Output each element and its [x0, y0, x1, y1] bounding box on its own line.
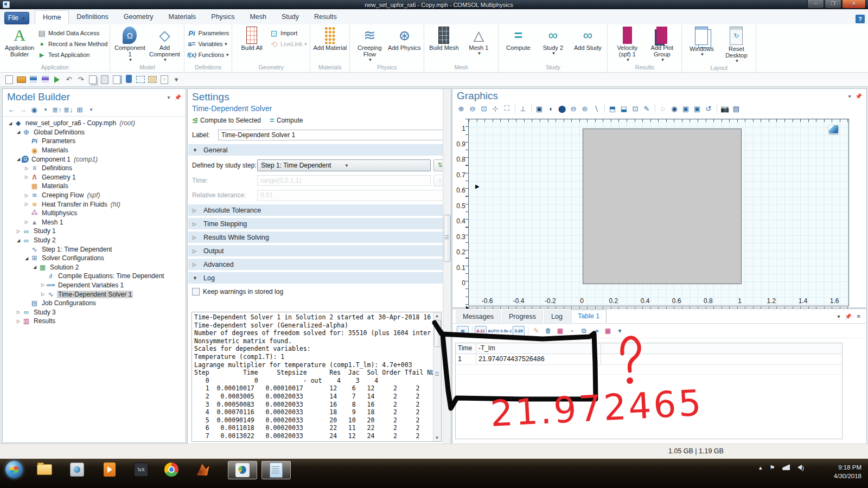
comsol-shortcut[interactable]: [67, 461, 87, 478]
deselect-brush-icon[interactable]: ✎: [641, 104, 652, 113]
file-menu-button[interactable]: File ▼: [4, 12, 29, 24]
tree-collapsed-arrow-icon[interactable]: ▷: [40, 292, 46, 297]
section-output[interactable]: ▷Output: [188, 245, 450, 256]
shape-solid-icon[interactable]: ⬤: [557, 104, 567, 113]
new-file-icon[interactable]: [3, 75, 15, 85]
tree-collapsed-arrow-icon[interactable]: ▷: [15, 319, 22, 324]
image-snapshot-icon[interactable]: ▣: [534, 104, 545, 113]
default-view-icon[interactable]: ⊥: [518, 104, 528, 113]
tree-collapsed-arrow-icon[interactable]: ▷: [23, 202, 30, 207]
column-header-tlm[interactable]: -T_lm: [476, 343, 601, 354]
section-time-stepping[interactable]: ▷Time Stepping: [188, 218, 450, 229]
open-file-icon[interactable]: [15, 75, 27, 85]
tab-materials[interactable]: Materials: [161, 10, 204, 24]
scene-light-icon[interactable]: ◉: [669, 104, 680, 113]
keep-warnings-checkbox[interactable]: [192, 288, 200, 296]
tab-results[interactable]: Results: [307, 10, 344, 24]
tree-item-geometry-1[interactable]: ▷ΛGeometry 1: [3, 173, 186, 182]
tab-mesh[interactable]: Mesh: [242, 10, 274, 24]
tree-item-results[interactable]: ▷▥Results: [3, 317, 186, 326]
view-front-icon[interactable]: ⬒: [607, 104, 618, 113]
precision-8-12-icon[interactable]: 8-12: [475, 326, 487, 336]
tree-item-component-1[interactable]: ◢ΩComponent 1(comp1): [3, 155, 186, 164]
functions-button[interactable]: f(x)Functions▼: [187, 49, 229, 60]
copy-table-icon[interactable]: ⧉: [578, 326, 589, 336]
section-advanced[interactable]: ▷Advanced: [188, 259, 450, 270]
section-log[interactable]: ▼ Log: [188, 272, 450, 284]
zoom-out-icon[interactable]: ⊖: [467, 104, 478, 113]
auto-icon[interactable]: AUTO: [488, 326, 499, 336]
tree-item-time-dependent-solver-1[interactable]: ▷∿Time-Dependent Solver 1: [3, 290, 186, 299]
tree-collapsed-arrow-icon[interactable]: ▷: [23, 166, 30, 171]
shape-lens-icon[interactable]: ◖: [545, 104, 556, 113]
zoom-selected-icon[interactable]: ○: [158, 75, 170, 85]
shape-oval-icon[interactable]: ⊖: [568, 104, 579, 113]
model-data-access-button[interactable]: ▤Model Data Access: [37, 28, 107, 38]
tab-log[interactable]: Log: [544, 310, 570, 323]
tree-item-study-2[interactable]: ◢∞Study 2: [3, 236, 186, 245]
panel-menu-icon[interactable]: ▾: [838, 313, 840, 319]
parameters-button[interactable]: PiParameters: [187, 28, 229, 38]
brush-icon[interactable]: ✎: [531, 326, 541, 336]
pin-icon[interactable]: 📌: [856, 93, 862, 99]
study-2-button[interactable]: ∞Study 2 ▼: [535, 25, 570, 57]
tab-definitions[interactable]: Definitions: [69, 10, 116, 24]
zoom-fit-icon[interactable]: ⛶: [501, 104, 512, 113]
record-a-new-method-button[interactable]: ●Record a New Method: [37, 38, 107, 49]
tree-item-study-3[interactable]: ▷∞Study 3: [3, 307, 186, 317]
minimize-button[interactable]: ─: [807, 0, 824, 9]
matlab[interactable]: [193, 461, 213, 478]
start-button[interactable]: [4, 461, 24, 478]
tree-expanded-arrow-icon[interactable]: ◢: [23, 256, 30, 261]
tree-collapsed-arrow-icon[interactable]: ▷: [23, 193, 30, 198]
pin-icon[interactable]: 📌: [175, 94, 181, 100]
compute-button[interactable]: Compute: [277, 117, 303, 124]
redo-icon[interactable]: ↷: [75, 75, 87, 85]
label-input[interactable]: Time-Dependent Solver 1: [218, 130, 446, 140]
tab-physics[interactable]: Physics: [203, 10, 242, 24]
run-icon[interactable]: [51, 75, 63, 85]
tree-item-multiphysics[interactable]: ⁂Multiphysics: [3, 209, 186, 218]
snapshot-camera-icon[interactable]: 📷: [719, 104, 730, 113]
move-up-icon[interactable]: ≣↑: [52, 105, 62, 114]
geometry-rectangle[interactable]: [583, 129, 742, 284]
zoom-box-icon[interactable]: ⊡: [478, 104, 489, 113]
tree-item-solver-configurations[interactable]: ◢⊞Solver Configurations: [3, 254, 186, 263]
section-results-while-solving[interactable]: ▷Results While Solving: [188, 232, 450, 243]
tree-item-definitions[interactable]: ▷≡Definitions: [3, 164, 186, 173]
select-box-icon[interactable]: [135, 75, 146, 85]
tree-item-mesh-1[interactable]: ▷▲Mesh 1: [3, 218, 186, 227]
explorer[interactable]: [35, 461, 54, 478]
notepad-active[interactable]: [261, 461, 291, 479]
tree-expanded-arrow-icon[interactable]: ◢: [15, 238, 22, 243]
test-application-button[interactable]: ▶Test Application: [37, 49, 107, 60]
add-material-button[interactable]: Add Material: [312, 25, 347, 52]
solver-log-output[interactable]: Time-Dependent Solver 1 in Solution 2 st…: [192, 312, 442, 442]
close-panel-icon[interactable]: ✕: [857, 313, 861, 319]
tab-home[interactable]: Home: [35, 10, 69, 24]
log-scrollbar[interactable]: ▲ ▼: [433, 312, 441, 441]
application-builder-button[interactable]: AApplication Builder: [2, 25, 37, 59]
show-icon[interactable]: ◉: [29, 105, 40, 114]
tree-collapsed-arrow-icon[interactable]: ▷: [23, 175, 30, 179]
paste-icon[interactable]: [99, 75, 111, 85]
chrome[interactable]: [162, 461, 181, 478]
show-dropdown-icon[interactable]: ▾: [40, 105, 51, 114]
view-back-icon[interactable]: ⬓: [618, 104, 629, 113]
plot-area[interactable]: ▶: [468, 119, 849, 306]
collapse-icon[interactable]: ⊞: [74, 105, 85, 114]
move-down-icon[interactable]: ≣↓: [63, 105, 74, 114]
variables-button[interactable]: a=Variables▼: [187, 38, 229, 49]
tree-collapsed-arrow-icon[interactable]: ▷: [40, 282, 46, 287]
import-button[interactable]: ⊡Import: [269, 28, 308, 38]
tree-item-dependent-variables-1[interactable]: ▷uvwDependent Variables 1: [3, 281, 186, 290]
table-add-icon[interactable]: ▦: [554, 326, 565, 336]
panel-menu-icon[interactable]: ▾: [167, 94, 170, 100]
tree-expanded-arrow-icon[interactable]: ◢: [31, 265, 38, 269]
dropdown-icon[interactable]: ▾: [614, 326, 625, 336]
rotate-icon[interactable]: ↺: [703, 104, 714, 113]
select-box-icon[interactable]: ⊡: [630, 104, 641, 113]
deselect-box-icon[interactable]: [146, 75, 158, 85]
tree-item-solution-2[interactable]: ◢▦Solution 2: [3, 263, 186, 272]
taskbar-clock[interactable]: 9:18 PM 4/30/2018: [834, 463, 861, 480]
